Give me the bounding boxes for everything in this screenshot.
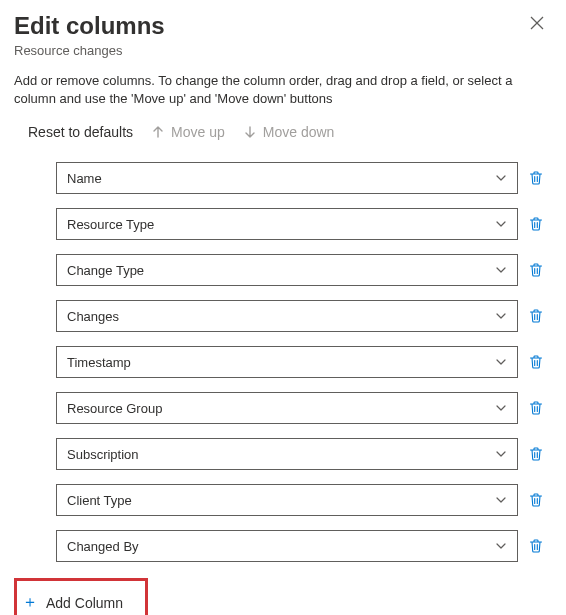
column-select[interactable]: Changes: [56, 300, 518, 332]
move-up-label: Move up: [171, 124, 225, 140]
chevron-down-icon: [495, 310, 507, 322]
delete-column-button[interactable]: [528, 216, 544, 232]
column-select-label: Client Type: [67, 493, 132, 508]
chevron-down-icon: [495, 402, 507, 414]
chevron-down-icon: [495, 494, 507, 506]
column-select-label: Subscription: [67, 447, 139, 462]
column-select[interactable]: Resource Group: [56, 392, 518, 424]
add-column-highlight: ＋ Add Column: [14, 578, 148, 615]
trash-icon: [528, 216, 544, 232]
trash-icon: [528, 354, 544, 370]
column-row: Changes: [56, 300, 544, 332]
add-column-button[interactable]: ＋ Add Column: [20, 586, 137, 615]
plus-icon: ＋: [22, 592, 38, 613]
reset-defaults-button[interactable]: Reset to defaults: [28, 124, 133, 140]
column-select[interactable]: Subscription: [56, 438, 518, 470]
delete-column-button[interactable]: [528, 446, 544, 462]
delete-column-button[interactable]: [528, 400, 544, 416]
column-row: Resource Group: [56, 392, 544, 424]
page-title: Edit columns: [14, 12, 165, 41]
arrow-up-icon: [151, 125, 165, 139]
trash-icon: [528, 446, 544, 462]
arrow-down-icon: [243, 125, 257, 139]
column-select-label: Change Type: [67, 263, 144, 278]
trash-icon: [528, 400, 544, 416]
delete-column-button[interactable]: [528, 262, 544, 278]
column-select[interactable]: Changed By: [56, 530, 518, 562]
column-select[interactable]: Name: [56, 162, 518, 194]
column-row: Change Type: [56, 254, 544, 286]
column-row: Subscription: [56, 438, 544, 470]
chevron-down-icon: [495, 448, 507, 460]
column-row: Timestamp: [56, 346, 544, 378]
column-select[interactable]: Resource Type: [56, 208, 518, 240]
delete-column-button[interactable]: [528, 492, 544, 508]
trash-icon: [528, 170, 544, 186]
delete-column-button[interactable]: [528, 308, 544, 324]
delete-column-button[interactable]: [528, 354, 544, 370]
delete-column-button[interactable]: [528, 170, 544, 186]
toolbar: Reset to defaults Move up Move down: [14, 124, 552, 140]
trash-icon: [528, 262, 544, 278]
column-row: Client Type: [56, 484, 544, 516]
column-select-label: Name: [67, 171, 102, 186]
delete-column-button[interactable]: [528, 538, 544, 554]
column-row: Changed By: [56, 530, 544, 562]
chevron-down-icon: [495, 172, 507, 184]
column-select-label: Resource Group: [67, 401, 162, 416]
chevron-down-icon: [495, 264, 507, 276]
chevron-down-icon: [495, 356, 507, 368]
column-row: Resource Type: [56, 208, 544, 240]
column-row: Name: [56, 162, 544, 194]
move-down-button[interactable]: Move down: [243, 124, 335, 140]
chevron-down-icon: [495, 218, 507, 230]
chevron-down-icon: [495, 540, 507, 552]
trash-icon: [528, 492, 544, 508]
column-select-label: Resource Type: [67, 217, 154, 232]
move-down-label: Move down: [263, 124, 335, 140]
page-subtitle: Resource changes: [14, 43, 552, 58]
close-icon[interactable]: [522, 12, 552, 38]
column-select[interactable]: Timestamp: [56, 346, 518, 378]
column-select-label: Changes: [67, 309, 119, 324]
column-select-label: Timestamp: [67, 355, 131, 370]
column-select[interactable]: Client Type: [56, 484, 518, 516]
description-text: Add or remove columns. To change the col…: [14, 72, 552, 108]
trash-icon: [528, 538, 544, 554]
column-select-label: Changed By: [67, 539, 139, 554]
columns-list: NameResource TypeChange TypeChangesTimes…: [14, 162, 552, 562]
add-column-label: Add Column: [46, 595, 123, 611]
column-select[interactable]: Change Type: [56, 254, 518, 286]
move-up-button[interactable]: Move up: [151, 124, 225, 140]
trash-icon: [528, 308, 544, 324]
